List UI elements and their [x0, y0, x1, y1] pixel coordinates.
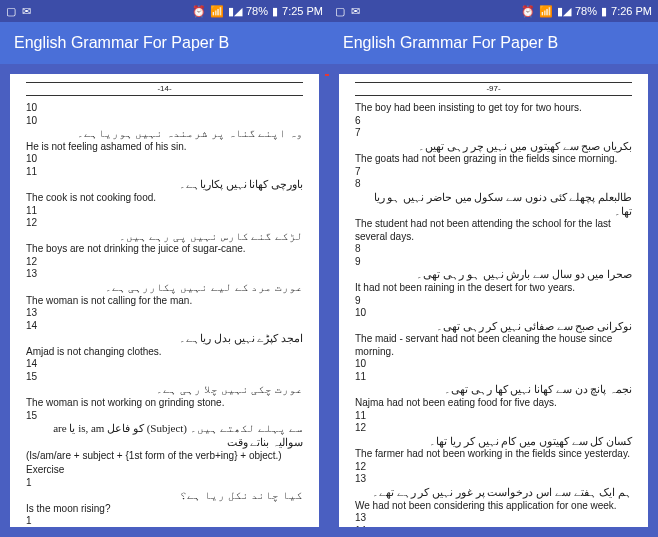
line-number: 6 — [355, 115, 632, 128]
battery-icon: ▮ — [272, 5, 278, 18]
text-entry: 1کیا چاند نکل ریا ہے؟Is the moon rising? — [26, 477, 303, 516]
app-bar: English Grammar For Paper B — [329, 22, 658, 64]
text-entry: 1213عورت مرد کے لیے نہیں پکاررہی ہے۔The … — [26, 256, 303, 307]
text-entry: 1011نجمہ پانچ دن سے کھانا نہیں کھا رہی ت… — [355, 358, 632, 409]
english-text: Is the moon rising? — [26, 503, 303, 516]
text-entry: 1112کسان کل سے کھیتوں میں کام نہیں کر ری… — [355, 410, 632, 461]
english-text: The woman is not working on grinding sto… — [26, 397, 303, 410]
english-text: The goats had not been grazing in the fi… — [355, 153, 632, 166]
line-number: 12 — [26, 217, 303, 230]
clock-text: 7:26 PM — [611, 5, 652, 17]
english-text: The boy had been insisting to get toy fo… — [355, 102, 632, 115]
line-number: 12 — [355, 422, 632, 435]
phone-right: ▢ ✉ ⏰ 📶 ▮◢ 78% ▮ 7:26 PM English Grammar… — [329, 0, 658, 537]
urdu-text: بکریاں صبح سے کھیتوں میں نہیں چر رہی تھی… — [355, 140, 632, 154]
text-entry: 78طالبعلم پچھلے کئی دنوں سے سکول میں حاض… — [355, 166, 632, 244]
line-number: 12 — [355, 461, 632, 474]
battery-text: 78% — [575, 5, 597, 17]
line-number: 8 — [355, 243, 632, 256]
text-entry: 910نوکرانی صبح سے صفائی نہیں کر رہی تھی۔… — [355, 295, 632, 359]
page-number: -97- — [355, 82, 632, 96]
app-title: English Grammar For Paper B — [343, 34, 558, 52]
english-text: Amjad is not changing clothes. — [26, 346, 303, 359]
urdu-text: کیا چاند نکل ریا ہے؟ — [26, 489, 303, 503]
send-icon: ✉ — [22, 5, 31, 18]
line-number: 13 — [26, 307, 303, 320]
english-text: The maid - servant had not been cleaning… — [355, 333, 632, 358]
app-title: English Grammar For Paper B — [14, 34, 229, 52]
urdu-text: عورت مرد کے لیے نہیں پکاررہی ہے۔ — [26, 281, 303, 295]
line-number: 9 — [355, 295, 632, 308]
line-number: 7 — [355, 127, 632, 140]
line-number: 14 — [355, 525, 632, 528]
urdu-text: نوکرانی صبح سے صفائی نہیں کر رہی تھی۔ — [355, 320, 632, 334]
line-number: 12 — [26, 256, 303, 269]
english-text: The boys are not drinking the juice of s… — [26, 243, 303, 256]
page-number: -14- — [26, 82, 303, 96]
signal-icon: ▮◢ — [557, 5, 571, 18]
battery-text: 78% — [246, 5, 268, 17]
line-number: 13 — [355, 512, 632, 525]
line-number: 15 — [26, 410, 303, 423]
text-entry: 1314امجد کپڑے نہیں بدل ریاہے۔Amjad is no… — [26, 307, 303, 358]
urdu-text: وہ اپنے گناہ پر شرمندہ نہیں ہوریاہے۔ — [26, 127, 303, 141]
line-number: 11 — [26, 166, 303, 179]
urdu-text: طالبعلم پچھلے کئی دنوں سے سکول میں حاضر … — [355, 191, 632, 219]
send-icon: ✉ — [351, 5, 360, 18]
text-entry: 12کیا برے لڑکے بسوں پر پتھر پھینک رہے ہی… — [26, 515, 303, 527]
line-number: 10 — [355, 358, 632, 371]
alarm-icon: ⏰ — [192, 5, 206, 18]
line-number: 11 — [26, 205, 303, 218]
english-text: It had not been raining in the desert fo… — [355, 282, 632, 295]
wifi-icon: 📶 — [210, 5, 224, 18]
line-number: 9 — [355, 256, 632, 269]
line-number: 10 — [26, 115, 303, 128]
english-text: The woman is not calling for the man. — [26, 295, 303, 308]
line-number: 10 — [26, 102, 303, 115]
urdu-text: ہم ایک ہفتے سے اس درخواست پر غور نہیں کر… — [355, 486, 632, 500]
urdu-text: امجد کپڑے نہیں بدل ریاہے۔ — [26, 332, 303, 346]
english-text: The student had not been attending the s… — [355, 218, 632, 243]
line-number: 11 — [355, 371, 632, 384]
text-entry: 1314ریل گاڑیاں پندرہ دن سے لیٹ نہیں آرہی… — [355, 512, 632, 527]
image-icon: ▢ — [6, 5, 16, 18]
urdu-text: باورچی کھانا نہیں پکاریاہے۔ — [26, 178, 303, 192]
line-number: 14 — [26, 320, 303, 333]
urdu-text: نجمہ پانچ دن سے کھانا نہیں کھا رہی تھی۔ — [355, 383, 632, 397]
battery-icon: ▮ — [601, 5, 607, 18]
urdu-text: عورت چکی نہیں چلا رہی ہے۔ — [26, 383, 303, 397]
urdu-text: کسان کل سے کھیتوں میں کام نہیں کر ریا تھ… — [355, 435, 632, 449]
content-area[interactable]: -14- 1010وہ اپنے گناہ پر شرمندہ نہیں ہور… — [0, 64, 329, 537]
line-number: 1 — [26, 515, 303, 527]
urdu-text: سے پہلے لکھتے ہیں۔ (Subject) کو فاعل is,… — [26, 422, 303, 450]
text-entry: 89صحرا میں دو سال سے بارش نہیں ہو رہی تھ… — [355, 243, 632, 294]
clock-text: 7:25 PM — [282, 5, 323, 17]
text-entry: 1112لڑکے گنے کارس نہیں پی رہے ہیں۔The bo… — [26, 205, 303, 256]
app-bar: English Grammar For Paper B — [0, 22, 329, 64]
english-text: The cook is not cooking food. — [26, 192, 303, 205]
phone-left: ▢ ✉ ⏰ 📶 ▮◢ 78% ▮ 7:25 PM English Grammar… — [0, 0, 329, 537]
document-page[interactable]: -97- The boy had been insisting to get t… — [339, 74, 648, 527]
document-page[interactable]: -14- 1010وہ اپنے گناہ پر شرمندہ نہیں ہور… — [10, 74, 319, 527]
text-entry: 1011باورچی کھانا نہیں پکاریاہے۔The cook … — [26, 153, 303, 204]
line-number: 11 — [355, 410, 632, 423]
english-text: The farmer had not been working in the f… — [355, 448, 632, 461]
urdu-text: صحرا میں دو سال سے بارش نہیں ہو رہی تھی۔ — [355, 268, 632, 282]
english-text: (Is/am/are + subject + {1st form of the … — [26, 450, 303, 463]
content-area[interactable]: -97- The boy had been insisting to get t… — [329, 64, 658, 537]
exercise-heading: Exercise — [26, 464, 303, 477]
alarm-icon: ⏰ — [521, 5, 535, 18]
status-bar: ▢ ✉ ⏰ 📶 ▮◢ 78% ▮ 7:25 PM — [0, 0, 329, 22]
signal-icon: ▮◢ — [228, 5, 242, 18]
line-number: 10 — [355, 307, 632, 320]
line-number: 8 — [355, 178, 632, 191]
line-number: 1 — [26, 477, 303, 490]
line-number: 15 — [26, 371, 303, 384]
line-number: 14 — [26, 358, 303, 371]
urdu-text: لڑکے گنے کارس نہیں پی رہے ہیں۔ — [26, 230, 303, 244]
line-number: 13 — [355, 473, 632, 486]
wifi-icon: 📶 — [539, 5, 553, 18]
text-entry: 1415عورت چکی نہیں چلا رہی ہے۔The woman i… — [26, 358, 303, 409]
line-number: 13 — [26, 268, 303, 281]
english-text: Najma had not been eating food for five … — [355, 397, 632, 410]
